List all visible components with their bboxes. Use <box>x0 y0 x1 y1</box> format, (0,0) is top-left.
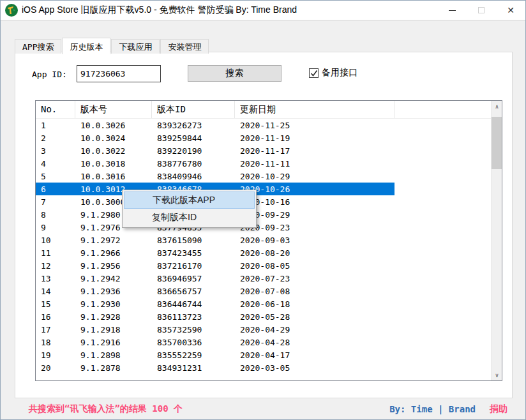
maximize-icon <box>478 7 485 13</box>
table-row[interactable]: 7 10.0.3000 838226605 2020-10-16 <box>36 195 491 208</box>
row-no: 2 <box>36 133 75 143</box>
row-no: 15 <box>36 299 75 309</box>
app-window: iOS App Store 旧版应用下载v5.0 - 免费软件 警防受骗 By:… <box>0 0 526 420</box>
row-no: 11 <box>36 248 75 258</box>
table-row[interactable]: 10 9.1.2972 837615090 2020-09-03 <box>36 234 491 246</box>
table-row[interactable]: 6 10.0.3012 838346678 2020-10-26 <box>36 183 491 195</box>
table-row[interactable]: 3 10.0.3022 839220190 2020-11-17 <box>36 144 491 157</box>
table-row[interactable]: 19 9.1.2898 835552259 2020-04-17 <box>36 349 491 361</box>
scroll-up-icon[interactable]: ∧ <box>492 101 502 112</box>
row-version-id: 835700336 <box>152 338 235 347</box>
row-no: 8 <box>36 210 75 220</box>
column-header-no[interactable]: No. <box>36 101 75 118</box>
row-version: 9.1.2942 <box>75 274 152 283</box>
row-version-id: 836946957 <box>152 274 235 283</box>
row-version-id: 837423455 <box>152 248 235 258</box>
row-update-date: 2020-07-08 <box>235 287 395 296</box>
table-body: 1 10.0.3026 839326273 2020-11-25 2 10.0.… <box>36 119 491 380</box>
donate-link[interactable]: 捐助 <box>490 403 507 415</box>
table-row[interactable]: 11 9.1.2966 837423455 2020-08-20 <box>36 246 491 259</box>
row-version: 9.1.2928 <box>75 312 152 322</box>
vertical-scrollbar[interactable]: ∧ ∨ <box>491 101 502 380</box>
row-version-id: 836113723 <box>152 312 235 322</box>
search-button[interactable]: 搜索 <box>188 65 282 82</box>
row-version: 9.1.2956 <box>75 261 152 271</box>
row-version-id: 835552259 <box>152 350 235 360</box>
row-version: 9.1.2936 <box>75 287 152 296</box>
row-update-date: 2020-10-29 <box>235 172 395 181</box>
row-no: 12 <box>36 261 75 271</box>
row-no: 9 <box>36 223 75 232</box>
table-row[interactable]: 16 9.1.2928 836113723 2020-05-28 <box>36 310 491 323</box>
row-update-date: 2020-04-17 <box>235 350 395 360</box>
credit-text: By: Time | Brand <box>389 404 476 414</box>
row-update-date: 2020-11-17 <box>235 146 395 156</box>
row-version-id: 838409946 <box>152 172 235 181</box>
table-row[interactable]: 14 9.1.2936 836656757 2020-07-08 <box>36 285 491 297</box>
scroll-down-icon[interactable]: ∨ <box>492 370 502 380</box>
app-id-input[interactable] <box>77 65 161 82</box>
backup-checkbox[interactable] <box>309 68 319 78</box>
row-no: 18 <box>36 338 75 347</box>
table-row[interactable]: 4 10.0.3018 838776780 2020-11-11 <box>36 157 491 170</box>
row-update-date: 2020-05-28 <box>235 312 395 322</box>
app-id-label: App ID: <box>32 70 67 79</box>
context-menu-item[interactable]: 复制版本ID <box>124 209 255 226</box>
row-version: 9.1.2972 <box>75 236 152 245</box>
status-bar: 共搜索到“讯飞输入法”的结果 100 个 By: Time | Brand 捐助 <box>1 398 525 419</box>
tab-history-versions[interactable]: 历史版本 <box>62 38 110 54</box>
context-menu: 下载此版本APP 复制版本ID <box>122 190 257 228</box>
row-update-date: 2020-09-29 <box>235 210 395 220</box>
row-no: 3 <box>36 146 75 156</box>
row-no: 20 <box>36 363 75 373</box>
backup-api-option[interactable]: 备用接口 <box>309 67 357 79</box>
close-button[interactable]: ✕ <box>496 1 525 20</box>
table-row[interactable]: 5 10.0.3016 838409946 2020-10-29 <box>36 170 491 183</box>
table-row[interactable]: 18 9.1.2916 835700336 2020-04-28 <box>36 336 491 349</box>
table-row[interactable]: 2 10.0.3024 839259844 2020-11-19 <box>36 131 491 144</box>
table-row[interactable]: 17 9.1.2918 835732590 2020-04-29 <box>36 323 491 336</box>
row-version-id: 835732590 <box>152 325 235 334</box>
table-row[interactable]: 15 9.1.2930 836446744 2020-06-18 <box>36 297 491 310</box>
row-update-date: 2020-11-25 <box>235 121 395 130</box>
row-version: 9.1.2966 <box>75 248 152 258</box>
row-update-date: 2020-08-05 <box>235 261 395 271</box>
row-update-date: 2020-08-20 <box>235 248 395 258</box>
row-update-date: 2020-04-29 <box>235 325 395 334</box>
app-logo-icon <box>5 4 18 17</box>
row-version: 9.1.2930 <box>75 299 152 309</box>
table-row[interactable]: 9 9.1.2976 837794855 2020-09-23 <box>36 221 491 234</box>
tab-install-manage[interactable]: 安装管理 <box>160 39 209 54</box>
scrollbar-thumb[interactable] <box>492 117 502 169</box>
context-menu-item[interactable]: 下载此版本APP <box>124 191 255 209</box>
row-update-date: 2020-10-16 <box>235 197 395 207</box>
table-row[interactable]: 12 9.1.2956 837216170 2020-08-05 <box>36 259 491 272</box>
table-row[interactable]: 13 9.1.2942 836946957 2020-07-23 <box>36 272 491 285</box>
row-version: 10.0.3022 <box>75 146 152 156</box>
row-update-date: 2020-04-28 <box>235 338 395 347</box>
row-version-id: 836656757 <box>152 287 235 296</box>
row-version-id: 839326273 <box>152 121 235 130</box>
row-no: 14 <box>36 287 75 296</box>
row-version-id: 834931231 <box>152 363 235 373</box>
table-row[interactable]: 20 9.1.2878 834931231 2020-03-05 <box>36 361 491 374</box>
maximize-button[interactable] <box>467 1 496 20</box>
row-update-date: 2020-06-18 <box>235 299 395 309</box>
row-no: 4 <box>36 159 75 169</box>
column-header-version[interactable]: 版本号 <box>75 101 152 118</box>
version-list: No. 版本号 版本ID 更新日期 1 10.0.3026 839326273 … <box>35 100 502 381</box>
tab-download-app[interactable]: 下载应用 <box>111 39 160 54</box>
row-no: 13 <box>36 274 75 283</box>
column-header-update-date[interactable]: 更新日期 <box>235 101 395 118</box>
minimize-button[interactable] <box>437 1 467 20</box>
tab-app-search[interactable]: APP搜索 <box>15 39 61 54</box>
history-tab-panel: App ID: 搜索 备用接口 No. 版本号 版本ID 更新日期 1 10.0… <box>15 52 513 398</box>
row-version-id: 839259844 <box>152 133 235 143</box>
table-row[interactable]: 1 10.0.3026 839326273 2020-11-25 <box>36 119 491 131</box>
row-version-id: 837615090 <box>152 236 235 245</box>
table-row[interactable]: 8 9.1.2980 837894853 2020-09-29 <box>36 208 491 221</box>
row-version-id: 838776780 <box>152 159 235 169</box>
row-no: 16 <box>36 312 75 322</box>
column-header-version-id[interactable]: 版本ID <box>152 101 235 118</box>
tab-strip: APP搜索 历史版本 下载应用 安装管理 <box>15 37 209 54</box>
